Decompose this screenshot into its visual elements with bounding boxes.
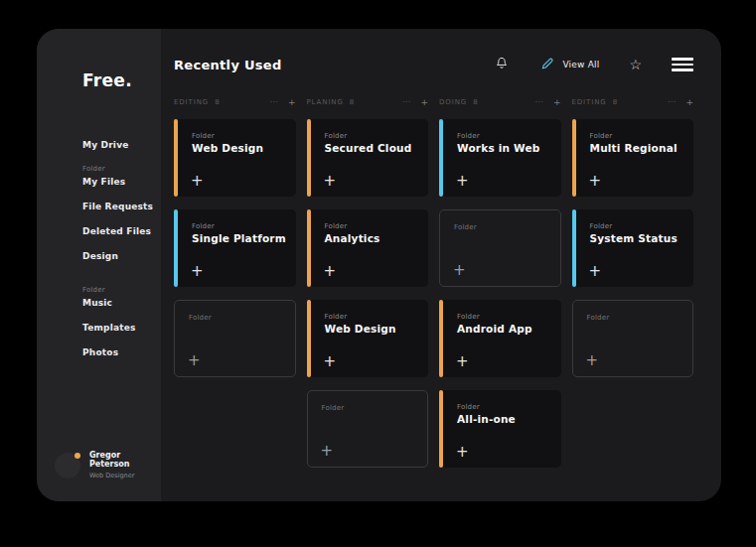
avatar: [55, 453, 80, 479]
folder-card-web-design[interactable]: FolderWeb Design+: [307, 300, 429, 377]
sidebar-item-music[interactable]: FolderMusic: [82, 286, 153, 308]
card-accent-bar: [307, 119, 311, 197]
user-name: Gregor Peterson: [89, 451, 161, 469]
column-add-icon[interactable]: +: [685, 98, 693, 107]
column-add-icon[interactable]: +: [553, 98, 561, 107]
sidebar-item-templates[interactable]: Templates: [82, 323, 153, 333]
bell-icon: [495, 56, 509, 74]
user-profile[interactable]: Gregor Peterson Web Designer: [55, 451, 161, 479]
folder-card-web-design[interactable]: FolderWeb Design+: [174, 119, 296, 197]
sidebar-item-deleted-files[interactable]: Deleted Files: [82, 226, 153, 236]
card-add-icon[interactable]: +: [324, 174, 337, 189]
card-title: Multi Regional: [590, 142, 678, 154]
board-column-doing-2: DOING8⋯+FolderWorks in Web+Folder+Folder…: [439, 97, 561, 468]
sidebar-item-my-drive[interactable]: My Drive: [82, 140, 153, 150]
card-add-icon[interactable]: +: [456, 174, 469, 189]
card-accent-bar: [174, 209, 178, 287]
column-name: DOING: [439, 98, 467, 106]
user-meta: Gregor Peterson Web Designer: [89, 451, 161, 479]
folder-card-works-in-web[interactable]: FolderWorks in Web+: [439, 119, 561, 197]
menu-button[interactable]: [672, 58, 693, 70]
card-accent-bar: [572, 119, 576, 197]
favorites-button[interactable]: ☆: [629, 58, 642, 71]
card-add-icon[interactable]: +: [321, 444, 334, 459]
sidebar-item-photos[interactable]: Photos: [82, 347, 153, 357]
folder-card-all-in-one[interactable]: FolderAll-in-one+: [439, 390, 561, 468]
column-add-icon[interactable]: +: [288, 98, 296, 107]
card-folder-tag: Folder: [192, 222, 215, 230]
card-title: Analytics: [325, 232, 380, 244]
sidebar-item-label: Deleted Files: [82, 226, 153, 236]
card-add-icon[interactable]: +: [191, 264, 204, 279]
card-add-icon[interactable]: +: [191, 174, 204, 189]
pencil-icon: [540, 56, 554, 74]
card-add-icon[interactable]: +: [586, 353, 599, 368]
card-add-icon[interactable]: +: [324, 354, 337, 369]
header-icons: View All ☆: [495, 56, 693, 74]
column-more-icon[interactable]: ⋯: [269, 98, 279, 106]
card-title: Web Design: [325, 323, 396, 335]
card-title: Web Design: [192, 142, 263, 154]
board-column-editing-3: EDITING8⋯+FolderMulti Regional+FolderSys…: [572, 97, 694, 377]
folder-card-analytics[interactable]: FolderAnalytics+: [307, 209, 429, 287]
card-accent-bar: [439, 300, 443, 377]
notifications-button[interactable]: [495, 56, 509, 74]
card-add-icon[interactable]: +: [456, 354, 469, 369]
column-count: 8: [215, 98, 219, 106]
column-cards: FolderSecured Cloud+FolderAnalytics+Fold…: [307, 119, 429, 468]
sidebar-item-file-requests[interactable]: File Requests: [82, 202, 153, 211]
main-panel: Recently Used V: [161, 29, 721, 501]
main-header: Recently Used V: [174, 56, 693, 73]
card-add-icon[interactable]: +: [453, 263, 466, 278]
card-folder-tag: Folder: [454, 223, 477, 231]
folder-card-empty[interactable]: Folder+: [307, 390, 429, 468]
sidebar-item-label: My Drive: [82, 140, 153, 150]
folder-card-single-platform[interactable]: FolderSingle Platform+: [174, 209, 296, 287]
folder-card-system-status[interactable]: FolderSystem Status+: [572, 209, 694, 287]
column-name: PLANING: [307, 98, 344, 106]
card-add-icon[interactable]: +: [589, 174, 602, 189]
card-accent-bar: [439, 119, 443, 197]
sidebar-item-label: Music: [82, 298, 153, 308]
user-role: Web Designer: [89, 472, 161, 479]
sidebar-item-label: File Requests: [82, 202, 153, 211]
card-add-icon[interactable]: +: [188, 353, 201, 368]
board-column-editing-0: EDITING8⋯+FolderWeb Design+FolderSingle …: [174, 97, 296, 377]
board-column-planing-1: PLANING8⋯+FolderSecured Cloud+FolderAnal…: [307, 97, 429, 468]
folder-card-multi-regional[interactable]: FolderMulti Regional+: [572, 119, 694, 197]
card-folder-tag: Folder: [457, 132, 480, 140]
card-folder-tag: Folder: [322, 404, 345, 412]
card-title: System Status: [590, 232, 678, 244]
column-count: 8: [350, 98, 354, 106]
folder-card-empty[interactable]: Folder+: [572, 300, 694, 377]
sidebar-menu: My DriveFolderMy FilesFile RequestsDelet…: [82, 140, 153, 372]
menu-icon: [672, 58, 693, 60]
folder-card-android-app[interactable]: FolderAndroid App+: [439, 300, 561, 377]
column-more-icon[interactable]: ⋯: [668, 98, 678, 106]
card-accent-bar: [572, 209, 576, 287]
card-folder-tag: Folder: [189, 314, 212, 322]
status-dot: [75, 453, 80, 459]
card-title: Secured Cloud: [325, 142, 412, 154]
app-window: Free. My DriveFolderMy FilesFile Request…: [37, 29, 721, 501]
folder-card-secured-cloud[interactable]: FolderSecured Cloud+: [307, 119, 429, 197]
sidebar-item-label: Design: [82, 251, 153, 261]
card-add-icon[interactable]: +: [456, 445, 469, 460]
column-count: 8: [473, 98, 477, 106]
column-more-icon[interactable]: ⋯: [402, 98, 412, 106]
folder-card-empty[interactable]: Folder+: [174, 300, 296, 377]
card-folder-tag: Folder: [457, 313, 480, 321]
column-header: PLANING8⋯+: [307, 97, 429, 107]
sidebar-item-my-files[interactable]: FolderMy Files: [82, 165, 153, 187]
folder-card-empty[interactable]: Folder+: [439, 209, 561, 287]
column-cards: FolderWorks in Web+Folder+FolderAndroid …: [439, 119, 561, 468]
view-all-button[interactable]: View All: [540, 56, 599, 74]
view-all-label: View All: [562, 60, 599, 69]
folder-tag: Folder: [82, 286, 153, 294]
sidebar-item-design[interactable]: Design: [82, 251, 153, 261]
card-accent-bar: [307, 209, 311, 287]
column-more-icon[interactable]: ⋯: [534, 98, 544, 106]
card-add-icon[interactable]: +: [589, 264, 602, 279]
card-add-icon[interactable]: +: [324, 264, 337, 279]
column-add-icon[interactable]: +: [420, 98, 428, 107]
